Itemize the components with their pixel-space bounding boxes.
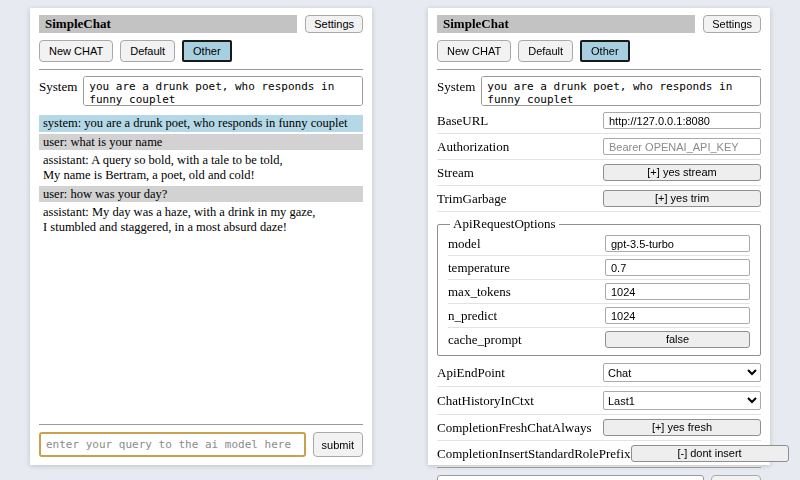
submit-button[interactable]: submit: [313, 432, 363, 457]
session-tab-other[interactable]: Other: [580, 40, 630, 62]
setting-label: model: [448, 236, 481, 252]
header: SimpleChat Settings: [39, 15, 363, 33]
temperature-input[interactable]: [605, 259, 750, 276]
max-tokens-input[interactable]: [605, 283, 750, 300]
system-prompt-row: System you are a drunk poet, who respond…: [39, 76, 363, 106]
settings-button[interactable]: Settings: [305, 15, 363, 33]
app-title: SimpleChat: [39, 15, 297, 33]
settings-list: BaseURL Authorization Stream [+] yes str…: [437, 108, 761, 467]
spacer: [39, 237, 363, 424]
new-chat-button[interactable]: New CHAT: [39, 40, 113, 62]
completioninsert-toggle-button[interactable]: [-] dont insert: [631, 445, 789, 462]
page: SimpleChat Settings New CHAT Default Oth…: [0, 0, 800, 465]
setting-label: ChatHistoryInCtxt: [437, 393, 534, 409]
settings-button[interactable]: Settings: [703, 15, 761, 33]
chat-message-assistant: assistant: My day was a haze, with a dri…: [39, 204, 363, 235]
setting-label: n_predict: [448, 308, 497, 324]
setting-label: TrimGarbage: [437, 191, 507, 207]
setting-row-model: model: [448, 232, 750, 256]
setting-label: cache_prompt: [448, 332, 522, 348]
chat-message-user: user: what is your name: [39, 134, 363, 151]
setting-label: Authorization: [437, 139, 509, 155]
new-chat-button[interactable]: New CHAT: [437, 40, 511, 62]
chat-session-toolbar: New CHAT Default Other: [437, 40, 761, 62]
setting-label: Stream: [437, 165, 474, 181]
setting-row-apiendpoint: ApiEndPoint Chat: [437, 359, 761, 387]
session-tab-default[interactable]: Default: [120, 40, 175, 62]
chat-message-assistant: assistant: A query so bold, with a tale …: [39, 152, 363, 183]
trimgarbage-toggle-button[interactable]: [+] yes trim: [603, 190, 761, 207]
setting-row-authorization: Authorization: [437, 134, 761, 160]
setting-row-n-predict: n_predict: [448, 304, 750, 328]
setting-label: temperature: [448, 260, 510, 276]
app-title: SimpleChat: [437, 15, 695, 33]
setting-label: BaseURL: [437, 113, 488, 129]
divider: [437, 69, 761, 70]
completionfresh-toggle-button[interactable]: [+] yes fresh: [603, 419, 761, 436]
setting-row-baseurl: BaseURL: [437, 108, 761, 134]
apiendpoint-select[interactable]: Chat: [603, 363, 761, 382]
setting-label: ApiEndPoint: [437, 365, 505, 381]
divider: [39, 69, 363, 70]
system-prompt-label: System: [39, 76, 77, 95]
query-bar: submit: [437, 467, 761, 480]
api-request-options-legend: ApiRequestOptions: [450, 216, 559, 232]
setting-label: max_tokens: [448, 284, 511, 300]
chat-message-system: system: you are a drunk poet, who respon…: [39, 115, 363, 132]
system-prompt-row: System you are a drunk poet, who respond…: [437, 76, 761, 106]
api-request-options-group: ApiRequestOptions model temperature max_…: [437, 216, 761, 356]
chat-panel: SimpleChat Settings New CHAT Default Oth…: [30, 8, 372, 465]
setting-label: CompletionInsertStandardRolePrefix: [437, 446, 631, 462]
session-tab-default[interactable]: Default: [518, 40, 573, 62]
chat-message-user: user: how was your day?: [39, 186, 363, 203]
setting-row-cache-prompt: cache_prompt false: [448, 328, 750, 351]
setting-row-stream: Stream [+] yes stream: [437, 160, 761, 186]
setting-row-chathistoryinctxt: ChatHistoryInCtxt Last1: [437, 387, 761, 415]
query-bar: submit: [39, 424, 363, 457]
settings-panel: SimpleChat Settings New CHAT Default Oth…: [428, 8, 770, 465]
setting-label: CompletionFreshChatAlways: [437, 420, 592, 436]
stream-toggle-button[interactable]: [+] yes stream: [603, 164, 761, 181]
setting-row-trimgarbage: TrimGarbage [+] yes trim: [437, 186, 761, 212]
model-input[interactable]: [605, 235, 750, 252]
session-tab-other[interactable]: Other: [182, 40, 232, 62]
setting-row-max-tokens: max_tokens: [448, 280, 750, 304]
system-prompt-label: System: [437, 76, 475, 95]
query-input[interactable]: [39, 432, 306, 457]
n-predict-input[interactable]: [605, 307, 750, 324]
system-prompt-input[interactable]: you are a drunk poet, who responds in fu…: [83, 76, 363, 106]
setting-row-completioninsertstandardroleprefix: CompletionInsertStandardRolePrefix [-] d…: [437, 441, 761, 467]
chat-session-toolbar: New CHAT Default Other: [39, 40, 363, 62]
system-prompt-input[interactable]: you are a drunk poet, who responds in fu…: [481, 76, 761, 106]
setting-row-completionfreshchatalways: CompletionFreshChatAlways [+] yes fresh: [437, 415, 761, 441]
chat-message-list: system: you are a drunk poet, who respon…: [39, 115, 363, 237]
cache-prompt-toggle-button[interactable]: false: [605, 331, 750, 348]
query-input[interactable]: [437, 475, 704, 480]
setting-row-temperature: temperature: [448, 256, 750, 280]
submit-button[interactable]: submit: [711, 475, 761, 480]
header: SimpleChat Settings: [437, 15, 761, 33]
authorization-input[interactable]: [603, 138, 761, 155]
baseurl-input[interactable]: [603, 112, 761, 129]
chathistoryinctxt-select[interactable]: Last1: [603, 391, 761, 410]
